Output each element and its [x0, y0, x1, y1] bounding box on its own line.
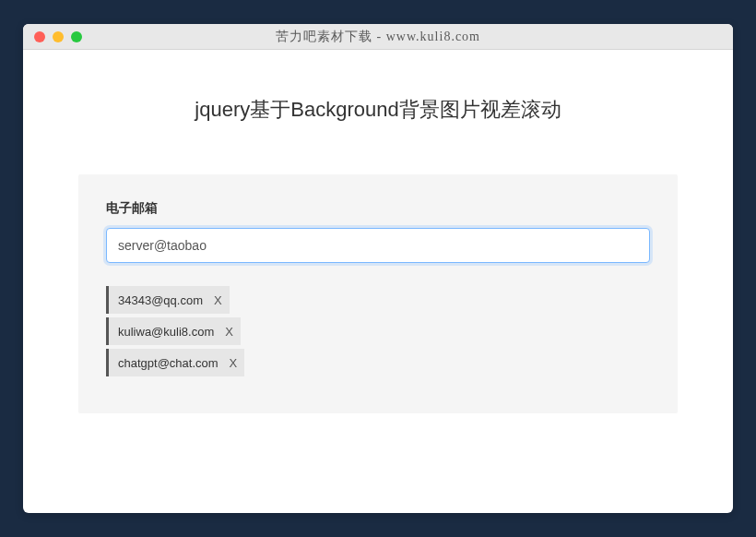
email-tag: kuliwa@kuli8.com X	[106, 317, 241, 345]
titlebar: 苦力吧素材下载 - www.kuli8.com	[23, 24, 733, 50]
email-tag: 34343@qq.com X	[106, 286, 230, 314]
maximize-icon[interactable]	[71, 31, 82, 42]
close-icon[interactable]	[34, 31, 45, 42]
tag-text: kuliwa@kuli8.com	[109, 325, 223, 339]
tag-text: chatgpt@chat.com	[109, 356, 228, 370]
window-title: 苦力吧素材下载 - www.kuli8.com	[34, 29, 722, 45]
email-tag: chatgpt@chat.com X	[106, 349, 244, 376]
page-title: jquery基于Background背景图片视差滚动	[78, 96, 678, 124]
email-label: 电子邮箱	[106, 200, 650, 217]
close-icon[interactable]: X	[228, 356, 245, 370]
form-panel: 电子邮箱 34343@qq.com X kuliwa@kuli8.com X c…	[78, 174, 678, 413]
close-icon[interactable]: X	[223, 325, 241, 339]
app-window: 苦力吧素材下载 - www.kuli8.com jquery基于Backgrou…	[23, 24, 733, 513]
email-input[interactable]	[106, 228, 650, 263]
minimize-icon[interactable]	[53, 31, 64, 42]
close-icon[interactable]: X	[212, 293, 230, 307]
content-area: jquery基于Background背景图片视差滚动 电子邮箱 34343@qq…	[23, 50, 733, 441]
traffic-lights	[34, 31, 82, 42]
tag-text: 34343@qq.com	[109, 293, 212, 307]
tag-list: 34343@qq.com X kuliwa@kuli8.com X chatgp…	[106, 286, 650, 376]
